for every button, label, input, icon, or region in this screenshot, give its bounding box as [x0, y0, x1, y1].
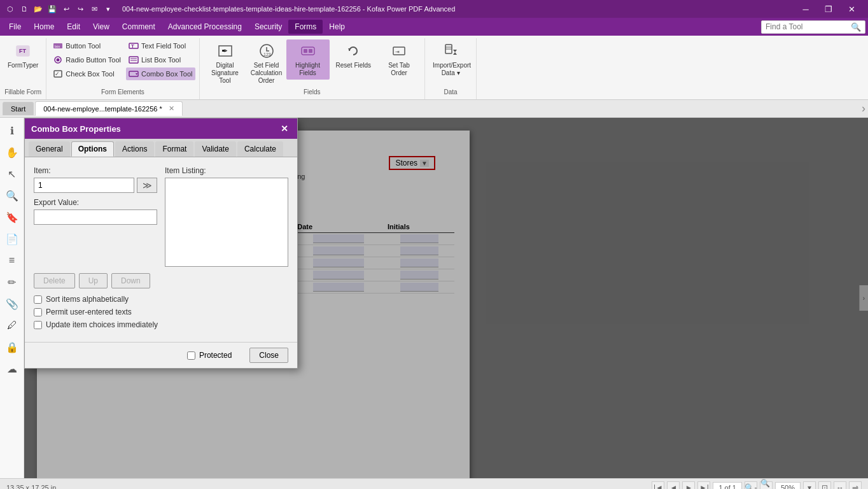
svg-text:T: T [131, 43, 134, 49]
search-input[interactable] [766, 22, 848, 31]
reset-fields-btn[interactable]: Reset Fields [332, 39, 375, 72]
search-box[interactable]: 🔍 [761, 20, 865, 34]
menu-security[interactable]: Security [248, 20, 288, 34]
zoom-in-btn[interactable]: 🔍+ [760, 481, 773, 490]
dialog-tab-calculate[interactable]: Calculate [237, 141, 283, 157]
checkbox-update-input[interactable] [34, 321, 42, 329]
redo-icon[interactable]: ↪ [75, 4, 85, 14]
sidebar-attachments[interactable]: 📎 [2, 294, 22, 314]
tab-close-icon[interactable]: ✕ [169, 104, 174, 113]
reset-fields-label: Reset Fields [336, 62, 372, 69]
save-icon[interactable]: 💾 [47, 4, 57, 14]
sidebar-hand[interactable]: ✋ [2, 142, 22, 162]
set-field-calc-btn[interactable]: 123 Set Field Calculation Order [249, 39, 284, 87]
sidebar-cloud[interactable]: ☁ [2, 358, 22, 379]
sidebar-info[interactable]: ℹ [2, 120, 22, 141]
combo-box-tool-btn[interactable]: Combo Box Tool [126, 67, 195, 80]
item-listing-box[interactable] [165, 178, 288, 267]
set-tab-order-icon: ⇥ [390, 42, 408, 60]
set-field-calc-label: Set Field Calculation Order [251, 62, 282, 85]
tab-document[interactable]: 004-new-employe...template-162256 * ✕ [35, 101, 183, 116]
combo-box-icon [129, 69, 139, 79]
item-input[interactable] [34, 178, 134, 193]
restore-button[interactable]: ❐ [817, 0, 840, 18]
dialog-tab-validate[interactable]: Validate [195, 141, 235, 157]
export-value-input[interactable] [34, 209, 157, 225]
sidebar-zoom[interactable]: 🔍 [2, 185, 22, 206]
tab-start[interactable]: Start [3, 102, 34, 115]
check-box-tool-btn[interactable]: ✓ Check Box Tool [50, 67, 123, 80]
sidebar-lock[interactable]: 🔒 [2, 337, 22, 357]
sidebar-select[interactable]: ↖ [2, 164, 22, 184]
svg-marker-28 [453, 50, 457, 52]
digital-signature-btn[interactable]: ✒ Digital Signature Tool [204, 39, 247, 87]
reflow[interactable]: ⇌ [849, 481, 862, 490]
sidebar-layers[interactable]: ≡ [2, 250, 22, 271]
fit-width[interactable]: ↔ [834, 481, 846, 490]
sidebar-bookmark[interactable]: 🔖 [2, 207, 22, 227]
zoom-dropdown[interactable]: ▾ [803, 481, 816, 490]
formtyper-label: FormTyper [8, 62, 38, 69]
up-button[interactable]: Up [79, 273, 108, 288]
dialog-tab-general[interactable]: General [29, 141, 70, 157]
item-label: Item: [34, 166, 157, 175]
dialog-tab-format[interactable]: Format [155, 141, 193, 157]
list-box-tool-btn[interactable]: List Box Tool [126, 53, 195, 66]
dialog-tab-actions[interactable]: Actions [115, 141, 154, 157]
undo-icon[interactable]: ↩ [61, 4, 71, 14]
tab-document-label: 004-new-employe...template-162256 * [43, 105, 162, 113]
set-tab-order-btn[interactable]: ⇥ Set Tab Order [377, 39, 421, 80]
minimize-button[interactable]: ─ [794, 0, 817, 18]
checkbox-sort-input[interactable] [34, 295, 42, 304]
checkbox-user-entry-input[interactable] [34, 308, 42, 316]
nav-prev[interactable]: ◄ [667, 481, 680, 490]
set-tab-order-label: Set Tab Order [381, 62, 417, 77]
form-elements-right: T Text Field Tool List Box Tool Combo Bo… [126, 39, 195, 80]
dialog-close-button[interactable]: ✕ [278, 122, 291, 135]
menu-file[interactable]: File [3, 20, 27, 34]
menu-view[interactable]: View [87, 20, 116, 34]
nav-first[interactable]: |◄ [652, 481, 664, 490]
menu-help[interactable]: Help [323, 20, 351, 34]
radio-button-tool-btn[interactable]: Radio Button Tool [50, 53, 123, 66]
sidebar-annotation[interactable]: ✏ [2, 272, 22, 292]
menu-comment[interactable]: Comment [116, 20, 162, 34]
formtyper-icon: FT [14, 42, 32, 60]
dialog-tab-options[interactable]: Options [71, 141, 114, 157]
menu-advanced[interactable]: Advanced Processing [162, 20, 248, 34]
dialog-title: Combo Box Properties [31, 124, 121, 134]
menu-home[interactable]: Home [27, 20, 60, 34]
sidebar-document[interactable]: 📄 [2, 229, 22, 249]
open-icon[interactable]: 📂 [33, 4, 43, 14]
button-tool-btn[interactable]: btn Button Tool [50, 39, 123, 52]
nav-last[interactable]: ►| [697, 481, 710, 490]
email-icon[interactable]: ✉ [89, 4, 99, 14]
dialog-titlebar: Combo Box Properties ✕ [25, 118, 297, 139]
sidebar-signature[interactable]: 🖊 [2, 315, 22, 336]
search-icon[interactable]: 🔍 [851, 22, 861, 32]
add-item-button[interactable]: ≫ [137, 178, 157, 193]
close-button[interactable]: Close [249, 348, 288, 363]
highlight-fields-btn[interactable]: Highlight Fields [286, 39, 330, 80]
menu-forms[interactable]: Forms [288, 20, 323, 34]
text-field-tool-btn[interactable]: T Text Field Tool [126, 39, 195, 52]
import-export-btn[interactable]: Import/Export Data ▾ [429, 39, 472, 80]
zoom-out-btn[interactable]: 🔍- [745, 481, 757, 490]
data-content: Import/Export Data ▾ [429, 39, 472, 87]
nav-next[interactable]: ► [682, 481, 695, 490]
formtyper-button[interactable]: FT FormTyper [4, 39, 42, 72]
close-button[interactable]: ✕ [840, 0, 863, 18]
formtyper-content: FT FormTyper [4, 39, 42, 87]
new-icon[interactable]: 🗋 [19, 4, 29, 14]
protected-checkbox[interactable] [187, 351, 195, 360]
down-button[interactable]: Down [111, 273, 150, 288]
options-icon[interactable]: ▾ [103, 4, 113, 14]
delete-button[interactable]: Delete [34, 273, 75, 288]
fit-page[interactable]: ⊡ [818, 481, 831, 490]
reset-fields-icon [344, 42, 362, 60]
text-field-icon: T [129, 41, 139, 51]
tab-scroll-right[interactable]: › [862, 102, 865, 115]
menu-edit[interactable]: Edit [60, 20, 87, 34]
dialog-footer: Protected Close [25, 342, 297, 368]
highlight-fields-icon [299, 42, 317, 60]
